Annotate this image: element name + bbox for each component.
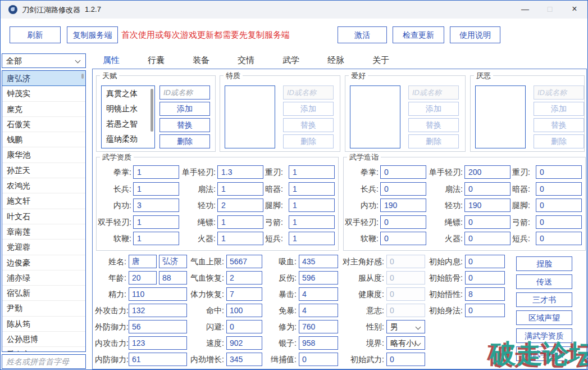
tab-2[interactable]: 行囊 [147,55,166,68]
stat-label: 姓名: [95,255,126,268]
stat-input[interactable] [226,271,262,285]
attainment-input[interactable] [536,198,582,212]
replace-button[interactable]: 替换 [159,118,210,132]
list-item-character[interactable]: 乔多文 [2,347,85,352]
list-item-character[interactable]: 康华池 [2,147,85,163]
stat-input[interactable] [465,271,505,285]
stat-input[interactable] [159,255,187,268]
list-item-character[interactable]: 宿弘新 [2,286,85,301]
max-aptitude-button[interactable]: 满武学资质 [516,328,572,343]
face-edit-button[interactable]: 捏脸 [516,256,572,271]
app-window: 刀剑江湖路修改器 1.2.7 — □ × 刷新 复制服务端 首次使用或每次游戏更… [0,0,588,370]
stat-input[interactable] [129,287,187,301]
stat-input[interactable] [129,336,187,350]
aptitude-group: 武学资质拳掌:单手轻刃:重刃:长兵:扇法:暗器:内功:轻功:腿脚:双手轻刃:绳镖… [96,157,339,251]
listbox-scrollbar-thumb[interactable] [151,89,153,132]
tab-5[interactable]: 武学 [281,55,300,68]
list-item-character[interactable]: 叶文石 [2,209,85,224]
list-item-character[interactable]: 边俊豪 [2,255,85,270]
stat-input[interactable] [159,271,187,285]
check-update-button[interactable]: 检查更新 [393,26,444,43]
search-input[interactable] [2,354,86,369]
tag-id-input[interactable] [283,85,334,100]
tag-list-item[interactable]: 蕴纳柔劲 [102,132,154,147]
stat-label: 体力恢复: [189,287,224,301]
add-button[interactable]: 添加 [159,102,210,116]
list-item-character[interactable]: 施文轩 [2,193,85,209]
list-item-character[interactable]: 孙芷天 [2,163,85,178]
stat-input[interactable] [465,304,505,317]
list-item-character[interactable]: 章南莲 [2,224,85,240]
tag-listbox[interactable]: 真贯之体明镜止水若愚之智蕴纳柔劲 [101,85,155,148]
list-item-character[interactable]: 糜克 [2,102,85,117]
stat-input[interactable] [226,353,262,366]
tag-listbox[interactable] [225,85,275,148]
stat-input[interactable] [226,336,262,350]
tag-id-input[interactable] [159,85,210,100]
activate-button[interactable]: 激活 [338,26,387,43]
attainment-input[interactable] [536,215,582,229]
sancai-book-button[interactable]: 三才书 [516,292,572,307]
stat-input[interactable] [386,353,425,366]
stat-input[interactable] [129,304,187,317]
aptitude-input[interactable] [289,198,335,212]
tag-listbox[interactable] [350,85,400,148]
tab-7[interactable]: 关于 [371,55,390,68]
tab-1[interactable]: 属性 [102,55,121,68]
stat-input[interactable] [129,255,157,268]
stat-input[interactable] [129,271,157,285]
tab-6[interactable]: 经脉 [326,55,345,68]
stats-column: 姓名:年龄:精力:外攻击力:外防御力:内攻击力:内防御力: [95,255,187,369]
attainment-input[interactable] [536,182,582,196]
tag-list-item[interactable]: 明镜止水 [102,101,154,116]
stat-select[interactable]: 男 [386,320,425,333]
list-item-character[interactable]: 陈从筠 [2,317,85,332]
attainment-input[interactable] [536,165,582,179]
stat-input[interactable] [226,287,262,301]
refresh-button[interactable]: 刷新 [10,26,61,43]
maximize-button[interactable]: □ [537,1,562,19]
list-item-character[interactable]: 石傲芙 [2,117,85,132]
character-list[interactable]: 唐弘济钟茂实糜克石傲芙钱鹏康华池孙芷天农鸿光施文轩叶文石章南莲党迎蓉边俊豪浦亦绿… [2,70,86,352]
aptitude-input[interactable] [289,232,335,245]
stat-input[interactable] [129,320,187,333]
list-item-character[interactable]: 钟茂实 [2,86,85,101]
list-item-character[interactable]: 党迎蓉 [2,240,85,255]
tab-4[interactable]: 交情 [236,55,256,68]
list-item-character[interactable]: 农鸿光 [2,178,85,193]
aptitude-input[interactable] [289,182,335,196]
attainment-input[interactable] [536,232,582,245]
region-reputation-button[interactable]: 区域声望 [516,310,572,325]
stat-input[interactable] [226,320,262,333]
stat-input[interactable] [129,353,187,366]
close-button[interactable]: × [562,1,587,19]
list-item-character[interactable]: 钱鹏 [2,132,85,147]
aptitude-input[interactable] [289,165,335,179]
manual-button[interactable]: 使用说明 [450,26,500,43]
stat-label: 暗器: [495,182,530,196]
tag-list-item[interactable]: 若愚之智 [102,116,154,132]
list-item-character[interactable]: 浦亦绿 [2,270,85,286]
tag-id-input[interactable] [408,85,459,100]
list-scrollbar-thumb[interactable] [81,74,84,79]
stat-input[interactable] [465,255,505,268]
tag-listbox[interactable] [475,85,526,148]
stat-input[interactable] [465,287,505,301]
list-item-character[interactable]: 尹勤 [2,301,85,316]
aptitude-input[interactable] [289,215,335,229]
filter-dropdown[interactable]: 全部 [2,53,86,68]
max-attainment-button[interactable]: 满武学造诣 [516,346,572,361]
list-item-character[interactable]: 唐弘济 [2,71,85,86]
copy-server-button[interactable]: 复制服务端 [67,26,118,43]
filter-dropdown-value: 全部 [6,56,22,65]
tag-id-input[interactable] [534,85,584,100]
minimize-button[interactable]: — [513,1,537,19]
stat-input[interactable] [226,304,262,317]
delete-button[interactable]: 删除 [159,134,210,148]
stat-input[interactable] [226,255,262,268]
list-item-character[interactable]: 公孙思博 [2,332,85,347]
teleport-button[interactable]: 传送 [516,274,572,289]
stat-select[interactable]: 略有小成 [386,336,425,350]
tab-3[interactable]: 装备 [192,55,211,68]
tag-list-item[interactable]: 真贯之体 [102,86,154,101]
